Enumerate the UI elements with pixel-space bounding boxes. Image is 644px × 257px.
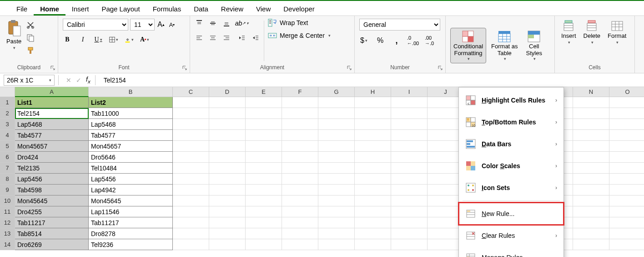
cell[interactable] [573,174,609,185]
cell[interactable]: Mon45657 [89,141,173,152]
decrease-font-icon[interactable]: A▾ [167,20,176,29]
cell[interactable] [282,195,318,206]
cell[interactable] [318,185,355,195]
increase-font-icon[interactable]: A▴ [156,20,166,29]
cell[interactable]: Dro6269 [15,239,89,250]
bold-button[interactable]: B [63,35,72,44]
decrease-decimal-icon[interactable]: .00→.0 [425,36,434,45]
cell[interactable] [391,228,428,239]
cell[interactable] [318,152,355,163]
align-left-icon[interactable] [195,33,204,42]
cell[interactable] [173,174,209,185]
cell[interactable] [318,195,355,206]
cell[interactable] [391,195,428,206]
cell[interactable] [573,97,609,108]
cell[interactable] [209,174,246,185]
font-size-select[interactable]: 11 [130,19,155,31]
cell[interactable] [173,239,209,250]
merge-center-button[interactable]: Merge & Center ▾ [268,31,331,40]
cell[interactable]: Tab8514 [15,228,89,239]
cell[interactable] [246,108,282,119]
format-painter-icon[interactable] [26,46,35,55]
cell[interactable] [391,239,428,250]
cell[interactable] [282,206,318,217]
cell[interactable] [318,130,355,141]
cell[interactable] [318,141,355,152]
column-header[interactable]: H [355,87,391,97]
cell[interactable] [391,152,428,163]
tab-review[interactable]: Review [215,3,250,15]
cell[interactable] [573,130,609,141]
cell[interactable] [355,152,391,163]
cell[interactable] [246,97,282,108]
cell[interactable] [173,152,209,163]
cell[interactable] [355,130,391,141]
increase-decimal-icon[interactable]: .0←.00 [408,36,418,45]
cell[interactable] [282,97,318,108]
underline-button[interactable]: U▾ [94,35,103,44]
cell[interactable] [282,217,318,228]
cell[interactable] [246,119,282,130]
tab-insert[interactable]: Insert [65,3,96,15]
tab-file[interactable]: File [10,3,34,15]
cell[interactable] [391,141,428,152]
cell[interactable] [246,163,282,174]
paste-button[interactable]: Paste ▾ [5,19,23,51]
select-all-corner[interactable] [0,87,15,97]
column-header[interactable]: G [318,87,355,97]
cell[interactable] [209,152,246,163]
tab-page-layout[interactable]: Page Layout [95,3,146,15]
cell[interactable] [282,239,318,250]
row-header[interactable]: 6 [0,152,15,163]
cell[interactable] [246,152,282,163]
cell[interactable] [209,217,246,228]
row-header[interactable]: 11 [0,206,15,217]
fill-color-button[interactable]: ▾ [125,35,134,44]
align-bottom-icon[interactable] [222,19,231,28]
cf-new-rule[interactable]: New Rule... [459,203,564,225]
cell[interactable] [391,108,428,119]
cell[interactable]: Tab11000 [89,108,173,119]
cell[interactable] [318,163,355,174]
number-launcher[interactable] [437,65,443,71]
cell[interactable] [246,228,282,239]
orientation-icon[interactable]: ab↗▾ [237,19,247,28]
cell[interactable] [282,163,318,174]
cell[interactable] [246,174,282,185]
cell[interactable] [573,152,609,163]
cell[interactable] [609,206,644,217]
cell[interactable] [355,119,391,130]
row-header[interactable]: 7 [0,163,15,174]
cell[interactable] [173,228,209,239]
cell[interactable] [391,206,428,217]
cell[interactable] [246,185,282,195]
row-header[interactable]: 10 [0,195,15,206]
cell[interactable]: Tel9236 [89,239,173,250]
cell[interactable] [246,195,282,206]
column-header[interactable]: N [573,87,609,97]
cell[interactable] [209,141,246,152]
tab-developer[interactable]: Developer [277,3,321,15]
cell[interactable] [209,130,246,141]
cell[interactable] [573,141,609,152]
cell[interactable]: Tab11217 [89,217,173,228]
cell[interactable]: List1 [15,97,89,108]
increase-indent-icon[interactable] [251,33,260,42]
cell[interactable] [209,185,246,195]
cell[interactable] [282,108,318,119]
row-header[interactable]: 14 [0,239,15,250]
cell[interactable] [246,206,282,217]
cell[interactable] [573,119,609,130]
cell[interactable]: Lap5468 [15,119,89,130]
cf-manage-rules[interactable]: Manage Rules... [459,247,564,257]
cf-highlight-cells-rules[interactable]: ≤ Highlight Cells Rules › [459,89,564,111]
cancel-formula-icon[interactable]: ✕ [66,77,71,84]
cell[interactable] [318,119,355,130]
cell[interactable]: Lap5468 [89,119,173,130]
insert-cells-button[interactable]: Insert▾ [559,19,578,46]
cell[interactable] [282,228,318,239]
cell[interactable] [391,119,428,130]
cell[interactable] [355,228,391,239]
cell[interactable] [609,217,644,228]
cell[interactable] [318,239,355,250]
